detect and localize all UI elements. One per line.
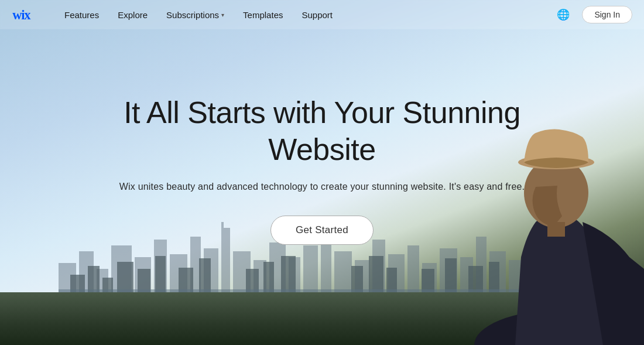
svg-text:wix: wix — [12, 8, 31, 22]
wix-logo: wix — [12, 7, 41, 22]
hero-title: It All Starts with Your Stunning Website — [102, 94, 542, 168]
nav-subscriptions[interactable]: Subscriptions ▾ — [166, 10, 224, 20]
signin-button[interactable]: Sign In — [582, 6, 632, 23]
hero-subtitle: Wix unites beauty and advanced technolog… — [119, 182, 525, 192]
navbar: wix Features Explore Subscriptions ▾ Tem… — [0, 0, 644, 29]
nav-templates[interactable]: Templates — [243, 10, 283, 20]
nav-links: Features Explore Subscriptions ▾ Templat… — [64, 10, 554, 20]
nav-right: 🌐 Sign In — [554, 5, 632, 24]
hero-content: It All Starts with Your Stunning Website… — [0, 29, 644, 345]
globe-icon: 🌐 — [557, 8, 570, 21]
nav-support[interactable]: Support — [302, 10, 333, 20]
nav-features[interactable]: Features — [64, 10, 99, 20]
wix-logo-container[interactable]: wix — [12, 7, 41, 22]
language-button[interactable]: 🌐 — [554, 5, 573, 24]
subscriptions-chevron-icon: ▾ — [221, 12, 224, 18]
nav-explore[interactable]: Explore — [118, 10, 148, 20]
get-started-button[interactable]: Get Started — [270, 216, 374, 245]
